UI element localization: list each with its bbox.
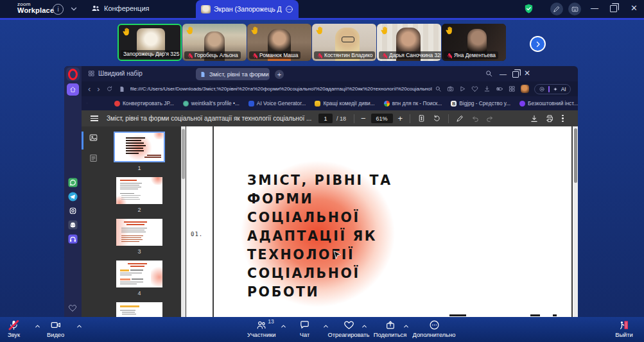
bookmark-item[interactable]: Безкоштовний інст... bbox=[519, 100, 578, 107]
more-button[interactable]: Дополнительно bbox=[410, 320, 458, 338]
page-info-icon[interactable] bbox=[119, 86, 125, 92]
home-icon[interactable] bbox=[87, 99, 87, 107]
participants-button[interactable]: 13 Участники bbox=[247, 320, 275, 338]
bookmark-heart-icon[interactable] bbox=[471, 85, 478, 92]
window-search-icon[interactable] bbox=[485, 69, 493, 78]
discord-icon[interactable] bbox=[67, 219, 79, 231]
zoom-level-input[interactable]: 61% bbox=[371, 114, 393, 123]
address-bar: ‹ › file:///C:/Users/User/Downloads/Зміс… bbox=[82, 81, 578, 96]
forward-icon[interactable]: › bbox=[97, 85, 100, 93]
bookmark-item[interactable]: AI Voice Generator... bbox=[248, 100, 306, 107]
participant-tile[interactable]: Горобець Альона bbox=[182, 24, 247, 61]
snapshot-icon[interactable] bbox=[447, 85, 454, 92]
rotate-icon[interactable] bbox=[433, 114, 441, 123]
minimize-button[interactable]: — bbox=[591, 4, 598, 12]
slide-index-label: 01. bbox=[191, 231, 203, 237]
opera-menu-button[interactable] bbox=[66, 67, 80, 81]
page-thumbnail[interactable] bbox=[114, 132, 165, 162]
page-thumbnail[interactable] bbox=[116, 177, 162, 204]
page-thumbnail[interactable] bbox=[116, 219, 162, 246]
print-icon[interactable] bbox=[545, 114, 554, 123]
bookmark-item[interactable]: Кращі комедії диви... bbox=[315, 100, 374, 107]
extensions-icon[interactable] bbox=[509, 85, 516, 92]
participant-tile[interactable]: Запорожець Дар'я 325 bbox=[117, 24, 182, 61]
slide-left-rule bbox=[213, 126, 214, 317]
page-thumbnail[interactable] bbox=[116, 302, 162, 317]
player-icon[interactable] bbox=[67, 233, 79, 245]
muted-mic-icon bbox=[187, 53, 193, 58]
camera-icon bbox=[50, 320, 62, 330]
browser-minimize-button[interactable]: — bbox=[500, 71, 507, 78]
restore-button[interactable] bbox=[610, 5, 617, 12]
undo-icon[interactable] bbox=[471, 114, 480, 123]
next-participants-button[interactable] bbox=[530, 36, 546, 52]
sidebar-scrollbar[interactable] bbox=[181, 126, 186, 317]
raised-hand-icon bbox=[445, 26, 455, 35]
fit-page-icon[interactable] bbox=[417, 114, 426, 123]
download-icon[interactable] bbox=[530, 114, 539, 123]
tab-options-icon[interactable] bbox=[285, 5, 293, 13]
pdf-more-icon[interactable] bbox=[562, 115, 564, 123]
bookmark-item[interactable]: weintkalt's profile •... bbox=[183, 100, 239, 107]
thumbnail-page-number: 1 bbox=[116, 165, 162, 171]
apps-button[interactable] bbox=[568, 3, 581, 15]
page-scrollbar[interactable] bbox=[573, 126, 578, 317]
tab-document[interactable]: Зміст, рівні та форми со bbox=[196, 68, 270, 80]
reload-icon[interactable] bbox=[106, 85, 113, 92]
browser-restore-button[interactable] bbox=[512, 71, 519, 78]
video-options-chevron[interactable] bbox=[76, 323, 83, 330]
aria-ai-pill[interactable]: AI bbox=[534, 84, 571, 94]
pdf-menu-icon[interactable] bbox=[91, 115, 98, 121]
participant-tile[interactable]: Костянтин Владико bbox=[312, 24, 376, 61]
outline-view-icon[interactable] bbox=[89, 153, 98, 163]
zoom-page-icon[interactable] bbox=[435, 85, 442, 92]
battery-saver-icon[interactable] bbox=[496, 85, 503, 92]
security-shield-icon[interactable] bbox=[523, 3, 534, 14]
info-icon[interactable]: i bbox=[53, 4, 64, 15]
thumbnails-view-icon[interactable] bbox=[89, 133, 98, 142]
participant-tile[interactable]: Яна Дементьева bbox=[442, 24, 506, 61]
audio-button[interactable]: Звук bbox=[8, 320, 20, 338]
redo-icon[interactable] bbox=[485, 114, 494, 123]
participants-options-chevron[interactable] bbox=[280, 323, 287, 330]
telegram-icon[interactable] bbox=[67, 191, 79, 203]
bookmark-item[interactable]: впн для пк - Поиск... bbox=[384, 100, 442, 107]
sidebar-panel-button[interactable] bbox=[67, 83, 79, 96]
downloads-icon[interactable] bbox=[483, 85, 491, 92]
participant-name: Дарья Саночкина 325 bbox=[389, 52, 441, 58]
chat-label: Чат bbox=[300, 332, 309, 338]
page-thumbnail[interactable] bbox=[116, 261, 162, 287]
chevron-down-icon[interactable] bbox=[69, 4, 78, 13]
chat-button[interactable]: Чат bbox=[299, 320, 310, 338]
leave-button[interactable]: Выйти bbox=[609, 320, 640, 338]
sidebar-scrollbar-thumb[interactable] bbox=[182, 129, 185, 179]
close-button[interactable]: ✕ bbox=[631, 4, 638, 12]
tab-conference[interactable]: Конференция bbox=[91, 4, 149, 13]
participant-tile[interactable]: Романюк Маша bbox=[247, 24, 311, 61]
video-button[interactable]: Видео bbox=[47, 320, 64, 338]
whatsapp-icon[interactable] bbox=[67, 176, 79, 189]
annotate-button[interactable] bbox=[550, 3, 563, 15]
new-tab-button[interactable]: + bbox=[275, 70, 284, 79]
favorites-heart-icon[interactable] bbox=[68, 304, 77, 312]
react-label: Отреагировать bbox=[328, 332, 370, 338]
share-options-chevron[interactable] bbox=[403, 323, 410, 330]
bookmark-item[interactable]: BBigjpg - Средство у... bbox=[451, 100, 510, 107]
zoom-out-button[interactable]: − bbox=[361, 114, 366, 123]
page-scrollbar-thumb[interactable] bbox=[574, 128, 577, 183]
profile-avatar[interactable] bbox=[521, 85, 529, 93]
url-field[interactable]: file:///C:/Users/User/Downloads/Зміст,%2… bbox=[130, 86, 432, 92]
instagram-icon[interactable] bbox=[67, 205, 79, 217]
send-to-device-icon[interactable] bbox=[459, 85, 466, 92]
bookmark-item[interactable]: Конвертировать JP... bbox=[114, 100, 174, 107]
audio-options-chevron[interactable] bbox=[34, 323, 41, 330]
participant-tile[interactable]: Дарья Саночкина 325 bbox=[377, 24, 441, 61]
react-options-chevron[interactable] bbox=[361, 323, 368, 330]
tab-screen-share[interactable]: Экран (Запорожець Дар'я 325) bbox=[196, 0, 299, 18]
page-number-input[interactable]: 1 bbox=[318, 114, 333, 123]
annotate-pen-icon[interactable] bbox=[456, 114, 464, 123]
tab-speed-dial[interactable]: Швидкий набір bbox=[88, 70, 143, 77]
back-icon[interactable]: ‹ bbox=[88, 85, 91, 93]
browser-close-button[interactable]: ✕ bbox=[524, 69, 530, 77]
zoom-in-button[interactable]: + bbox=[398, 114, 403, 123]
